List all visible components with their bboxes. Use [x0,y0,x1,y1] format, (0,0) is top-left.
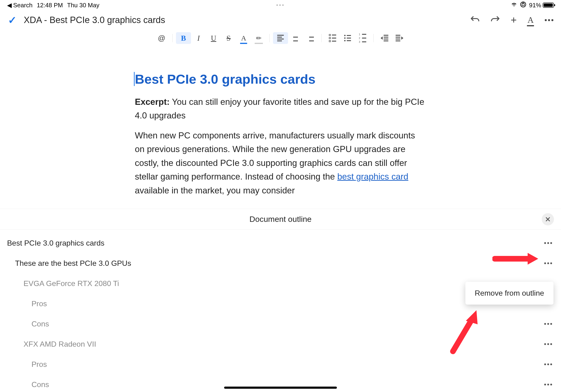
status-date: Thu 30 May [67,2,99,9]
title-bar: ✓ XDA - Best PCIe 3.0 graphics cards + A… [0,10,561,30]
popover-label: Remove from outline [475,289,544,297]
document-heading-1[interactable]: Best PCIe 3.0 graphics cards [135,71,426,87]
outline-item[interactable]: Cons••• [0,374,561,392]
align-right-button[interactable] [303,32,318,44]
outline-item[interactable]: These are the best PCIe 3.0 GPUs••• [0,253,561,273]
outline-item-more-button[interactable]: ••• [544,260,553,267]
italic-button[interactable]: I [191,32,206,44]
battery-indicator: 91% [529,2,554,9]
document-paragraph[interactable]: When new PC components arrive, manufactu… [135,129,426,197]
document-paragraph[interactable]: Excerpt: You can still enjoy your favori… [135,95,426,123]
divider [270,34,270,42]
document-title[interactable]: XDA - Best PCIe 3.0 graphics cards [24,15,165,25]
outline-item-more-button[interactable]: ••• [544,320,553,328]
annotation-arrow-icon [492,250,539,267]
wifi-icon [511,2,517,9]
excerpt-label: Excerpt: [135,97,170,107]
outline-item-more-button[interactable]: ••• [544,239,553,247]
outline-header: Document outline [0,209,561,230]
annotation-arrow-icon [448,308,481,355]
done-check-icon[interactable]: ✓ [8,14,17,26]
more-options-button[interactable]: ••• [544,16,554,24]
status-left: ◀ Search 12:48 PM Thu 30 May [7,2,99,9]
divider [321,34,322,42]
numbered-list-button[interactable]: 123 [355,32,370,44]
back-label: Search [13,2,32,9]
text-format-button[interactable]: A [528,15,534,25]
battery-pct: 91% [529,2,541,9]
bullet-list-button[interactable] [340,32,355,44]
divider [173,34,173,42]
orientation-lock-icon [520,1,526,9]
status-right: 91% [511,1,554,9]
status-time: 12:48 PM [37,2,63,9]
format-toolbar: @ B I U S A ✏ 123 [0,30,561,46]
undo-button[interactable] [470,15,480,25]
status-bar: ◀ Search 12:48 PM Thu 30 May ••• 91% [0,0,561,10]
multitask-dots-icon[interactable]: ••• [276,2,285,9]
document-canvas[interactable]: Best PCIe 3.0 graphics cards Excerpt: Yo… [0,46,561,204]
underline-button[interactable]: U [206,32,221,44]
remove-from-outline-popover[interactable]: Remove from outline [465,282,553,305]
checklist-button[interactable] [325,32,340,44]
highlight-button[interactable]: ✏ [251,32,266,44]
close-icon [545,217,550,222]
decrease-indent-button[interactable] [377,32,392,44]
battery-icon [543,3,554,8]
increase-indent-button[interactable] [392,32,407,44]
outline-item[interactable]: Best PCIe 3.0 graphics cards••• [0,233,561,253]
close-outline-button[interactable] [542,213,554,225]
divider [373,34,374,42]
align-left-button[interactable] [273,32,288,44]
outline-item-more-button[interactable]: ••• [544,360,553,368]
excerpt-text: You can still enjoy your favorite titles… [135,97,424,120]
back-to-search[interactable]: ◀ Search [7,2,32,9]
redo-button[interactable] [491,15,500,25]
text-cursor [134,72,135,86]
home-indicator[interactable] [224,387,337,389]
inline-link[interactable]: best graphics card [337,172,408,181]
strikethrough-button[interactable]: S [221,32,236,44]
outline-item-more-button[interactable]: ••• [544,340,553,348]
insert-button[interactable]: + [511,14,517,26]
align-center-button[interactable] [288,32,303,44]
outline-item-more-button[interactable]: ••• [544,381,553,388]
outline-title: Document outline [249,215,312,224]
mention-button[interactable]: @ [154,32,169,44]
text-color-button[interactable]: A [236,32,251,44]
bold-button[interactable]: B [176,32,191,44]
chevron-left-icon: ◀ [7,2,12,9]
outline-item[interactable]: Pros••• [0,354,561,374]
